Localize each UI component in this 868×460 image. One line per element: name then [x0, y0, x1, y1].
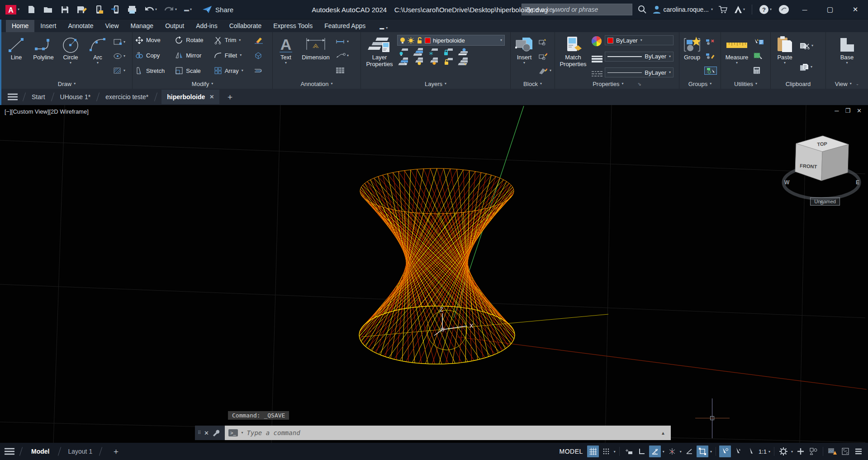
- new-layout-button[interactable]: ＋: [112, 446, 120, 457]
- isodraft-toggle[interactable]: [683, 446, 695, 457]
- tab-express-tools[interactable]: Express Tools: [267, 20, 318, 32]
- ungroup-button[interactable]: [704, 38, 717, 46]
- command-input[interactable]: >_ ▾ Type a command ▲: [225, 426, 671, 440]
- arc-button[interactable]: Arc ▾: [85, 34, 111, 79]
- command-expand-icon[interactable]: ▲: [661, 431, 667, 436]
- open-file-button[interactable]: [42, 4, 54, 15]
- view-panel-label[interactable]: View▾⌄: [826, 79, 868, 89]
- new-drawing-tab-button[interactable]: ＋: [226, 91, 234, 102]
- layer-select[interactable]: hiperboloide ▾: [397, 35, 505, 46]
- properties-panel-label[interactable]: Properties▾⇘: [555, 79, 679, 89]
- group-button[interactable]: Group: [681, 34, 703, 79]
- ribbon-collapse-icon[interactable]: ⌄: [856, 81, 859, 86]
- define-attributes-button[interactable]: ▾: [537, 67, 552, 75]
- modify-panel-label[interactable]: Modify▾: [133, 79, 272, 89]
- object-snap-caret-icon[interactable]: ▾: [710, 450, 712, 454]
- close-button[interactable]: ✕: [845, 0, 865, 19]
- isolate-objects-button[interactable]: [808, 446, 820, 457]
- layer-properties-button[interactable]: Layer Properties: [363, 34, 396, 79]
- groups-panel-label[interactable]: Groups▾: [679, 79, 721, 89]
- tab-annotate[interactable]: Annotate: [62, 20, 99, 32]
- tab-output[interactable]: Output: [159, 20, 190, 32]
- customize-qat-button[interactable]: ▬▾: [183, 5, 193, 14]
- cart-icon[interactable]: [718, 5, 727, 14]
- properties-dialog-launcher[interactable]: ⇘: [637, 81, 641, 86]
- model-space-canvas[interactable]: [0, 105, 868, 443]
- maximize-button[interactable]: ▢: [820, 0, 840, 19]
- paste-button[interactable]: Paste ▾: [773, 34, 797, 79]
- model-space-badge[interactable]: MODEL: [560, 448, 583, 455]
- copy-button[interactable]: Copy: [135, 48, 171, 63]
- linetype-select[interactable]: ByLayer▾: [605, 67, 674, 77]
- file-tab-close-icon[interactable]: ✕: [209, 94, 214, 100]
- polar-caret-icon[interactable]: ▾: [662, 450, 665, 454]
- osnap-3d-caret-icon[interactable]: ▾: [679, 450, 682, 454]
- tab-home[interactable]: Home: [6, 20, 34, 32]
- tab-view[interactable]: View: [99, 20, 124, 32]
- annotation-panel-label[interactable]: Annotation▾: [273, 79, 360, 89]
- cut-button[interactable]: ▾: [798, 42, 814, 50]
- layer-turn-on-button[interactable]: [412, 58, 423, 65]
- tab-insert[interactable]: Insert: [34, 20, 62, 32]
- file-tab-exercicio[interactable]: exercicio teste*: [104, 91, 150, 103]
- status-plus-button[interactable]: [795, 446, 806, 457]
- layers-panel-label[interactable]: Layers▾: [361, 79, 510, 89]
- layer-off-button[interactable]: [397, 48, 408, 56]
- group-selection-toggle[interactable]: [704, 67, 717, 75]
- tab-addins[interactable]: Add-ins: [190, 20, 223, 32]
- new-file-button[interactable]: [25, 4, 37, 15]
- leader-button[interactable]: ▾: [335, 53, 350, 59]
- block-panel-label[interactable]: Block▾: [511, 79, 555, 89]
- command-drag-handle[interactable]: ⠿: [198, 432, 201, 434]
- selection-cycling-toggle[interactable]: [719, 446, 731, 457]
- command-recent-caret-icon[interactable]: ▾: [242, 431, 243, 435]
- snap-to-cursor-toggle[interactable]: [732, 446, 744, 457]
- move-button[interactable]: Move: [135, 33, 171, 48]
- viewcube-east[interactable]: E: [856, 179, 859, 186]
- rectangle-button[interactable]: ▾: [112, 38, 126, 46]
- snap-mode-toggle[interactable]: [600, 446, 612, 457]
- lineweight-select[interactable]: ByLayer▾: [605, 52, 674, 62]
- layer-freeze-button[interactable]: [427, 48, 438, 56]
- drawing-viewport[interactable]: [−][Custom View][2D Wireframe] ─ ❐ ✕ TOP…: [0, 105, 868, 443]
- file-tabs-menu-icon[interactable]: [7, 93, 19, 101]
- group-edit-button[interactable]: [704, 53, 717, 60]
- workspace-switching-button[interactable]: [778, 446, 789, 457]
- create-block-button[interactable]: [537, 38, 552, 46]
- measure-button[interactable]: Measure ▾: [723, 34, 751, 79]
- command-prompt-icon[interactable]: >_: [228, 429, 238, 436]
- viewport-close-icon[interactable]: ✕: [857, 107, 862, 114]
- viewport-restore-icon[interactable]: ❐: [845, 107, 850, 114]
- sign-in-transfer-button[interactable]: [109, 3, 121, 16]
- polar-tracking-toggle[interactable]: [649, 446, 661, 457]
- mirror-button[interactable]: Mirror: [175, 48, 209, 63]
- color-wheel-icon[interactable]: [591, 36, 602, 47]
- text-button[interactable]: A Text ▾: [275, 34, 297, 79]
- select-similar-button[interactable]: [752, 52, 765, 60]
- file-tab-start[interactable]: Start: [30, 91, 47, 103]
- fillet-button[interactable]: Fillet▾: [214, 48, 249, 63]
- file-tab-hiperboloide[interactable]: hiperboloide ✕: [161, 90, 219, 104]
- plot-button[interactable]: [126, 4, 138, 15]
- utilities-panel-label[interactable]: Utilities▾: [721, 79, 770, 89]
- search-icon[interactable]: [638, 5, 647, 14]
- grid-display-toggle[interactable]: [587, 446, 599, 457]
- save-as-button[interactable]: [75, 4, 89, 15]
- app-menu-button[interactable]: A ▾: [4, 2, 21, 17]
- layer-lock-button[interactable]: [442, 48, 453, 56]
- tab-manage[interactable]: Manage: [125, 20, 160, 32]
- share-button[interactable]: Share: [202, 5, 233, 14]
- tab-featured-apps[interactable]: Featured Apps: [318, 20, 371, 32]
- layer-isolate-button[interactable]: [412, 48, 423, 56]
- array-button[interactable]: Array▾: [214, 63, 249, 78]
- rotate-button[interactable]: Rotate: [175, 33, 209, 48]
- user-account-button[interactable]: carolina.roque... ▾: [652, 5, 713, 14]
- ellipse-button[interactable]: ▾: [112, 53, 126, 60]
- viewport-controls-label[interactable]: [−][Custom View][2D Wireframe]: [5, 108, 89, 115]
- quick-calculator-button[interactable]: [752, 66, 765, 75]
- circle-button[interactable]: Circle ▾: [57, 34, 84, 79]
- command-close-icon[interactable]: ✕: [204, 430, 209, 436]
- edit-block-button[interactable]: [537, 53, 552, 60]
- scale-button[interactable]: Scale: [175, 63, 209, 78]
- object-color-select[interactable]: ByLayer▾: [605, 35, 674, 45]
